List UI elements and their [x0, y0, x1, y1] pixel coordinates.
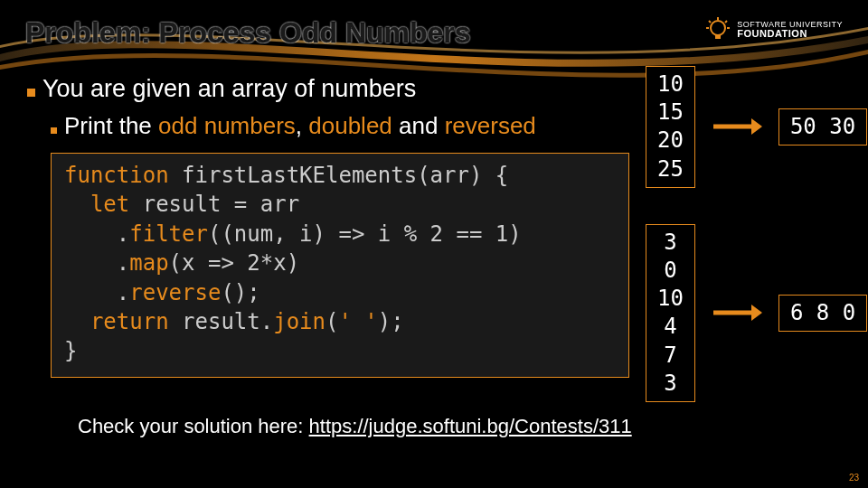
lightbulb-icon [704, 16, 731, 43]
bullet-main-text: You are given an array of numbers [42, 75, 416, 103]
example-1: 10 15 20 25 50 30 [646, 66, 867, 188]
code-text: firstLastKElements(arr) { [169, 163, 509, 188]
code-text: (); [221, 280, 259, 305]
bullet-sub-text: Print the odd numbers, doubled and rever… [64, 112, 536, 140]
svg-marker-8 [751, 118, 762, 135]
slide-title: Problem: Process Odd Numbers [25, 16, 471, 50]
code-kw: filter [129, 221, 208, 247]
code-text: . [64, 250, 129, 276]
text: Check your solution here: [78, 415, 309, 437]
example-2: 3 0 10 4 7 3 6 8 0 [646, 224, 867, 402]
code-kw: return [64, 309, 169, 334]
code-block: function firstLastKElements(arr) { let r… [51, 153, 629, 378]
bullet-icon [27, 89, 35, 97]
code-kw: reverse [129, 280, 221, 305]
input-box: 3 0 10 4 7 3 [646, 224, 695, 402]
svg-line-4 [725, 21, 727, 23]
svg-marker-10 [751, 305, 762, 321]
code-text: ((num, i) => i % 2 == 1) [208, 221, 522, 247]
page-number: 23 [849, 473, 859, 483]
code-text: result = arr [129, 192, 299, 217]
input-box: 10 15 20 25 [646, 66, 695, 188]
text: , [296, 112, 308, 139]
output-box: 6 8 0 [778, 295, 867, 332]
arrow-icon [712, 116, 762, 137]
code-text: . [64, 221, 129, 247]
code-text: } [64, 338, 77, 363]
highlight: reversed [445, 112, 536, 139]
code-text: (x => 2*x) [169, 250, 300, 276]
code-kw: function [64, 163, 169, 188]
check-solution-link[interactable]: https://judge.softuni.bg/Contests/311 [309, 415, 632, 437]
text: Print the [64, 112, 158, 139]
code-text: result. [169, 309, 274, 334]
code-text: ( [326, 309, 338, 334]
bullet-main: You are given an array of numbers [27, 75, 629, 103]
code-kw: join [273, 309, 326, 334]
svg-line-3 [709, 21, 711, 23]
code-kw: map [129, 250, 168, 276]
output-box: 50 30 [778, 108, 867, 145]
svg-point-0 [711, 21, 725, 35]
bullet-icon [51, 127, 57, 134]
code-text: ); [378, 309, 404, 334]
arrow-icon [712, 302, 762, 324]
highlight: doubled [308, 112, 392, 139]
svg-rect-1 [715, 35, 721, 39]
code-str: ' ' [338, 309, 377, 334]
softuni-logo: SOFTWARE UNIVERSITY FOUNDATION [704, 16, 843, 43]
code-text: . [64, 280, 129, 305]
code-kw: let [64, 192, 129, 217]
text: and [392, 112, 445, 139]
bullet-sub: Print the odd numbers, doubled and rever… [51, 112, 629, 140]
check-solution-line: Check your solution here: https://judge.… [78, 415, 843, 438]
highlight: odd numbers [158, 112, 296, 139]
logo-line2: FOUNDATION [737, 29, 843, 40]
